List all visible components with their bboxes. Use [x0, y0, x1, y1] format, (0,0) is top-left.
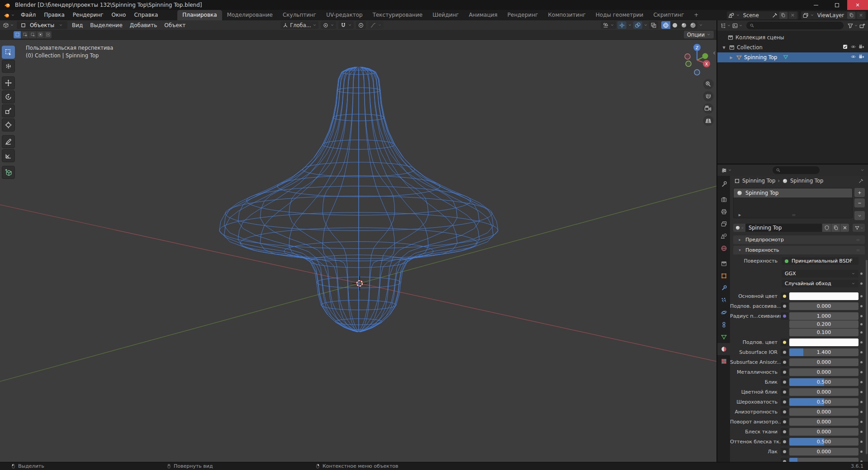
properties-tab-data[interactable] [717, 331, 730, 343]
properties-scrollbar[interactable] [866, 260, 868, 454]
viewport-menu-3[interactable]: Объект [161, 22, 189, 28]
panel-preview-header[interactable]: ▸ Предпросмотр [733, 235, 865, 244]
new-scene-button[interactable] [779, 12, 787, 19]
prop-value-field[interactable]: 1.400 [789, 348, 859, 356]
zoom-view-button[interactable] [703, 79, 714, 89]
workspace-tab-6[interactable]: Анимация [464, 10, 502, 20]
navigation-gizmo-icon[interactable]: ZX [685, 44, 710, 75]
prop-value-field[interactable]: 0.000 [789, 358, 859, 366]
animate-dot[interactable] [859, 451, 864, 453]
properties-tab-physics[interactable] [717, 306, 730, 319]
properties-tab-particles[interactable] [717, 294, 730, 306]
app-menu-button[interactable] [0, 10, 17, 20]
prop-value-field[interactable]: 0.000 [789, 408, 859, 416]
properties-tab-object[interactable] [717, 270, 730, 282]
surface-shader-field[interactable]: Принципиальный BSDF [782, 257, 859, 265]
animate-dot[interactable] [859, 323, 864, 325]
scale-tool-button[interactable] [2, 104, 15, 118]
shading-rendered-button[interactable] [688, 21, 697, 29]
prop-dropdown[interactable]: GGX [782, 270, 859, 277]
box-select-tool-button[interactable] [2, 46, 15, 59]
selmode-invert-button[interactable] [37, 31, 44, 38]
animate-dot[interactable] [859, 273, 864, 275]
collapsed-arrow-icon[interactable]: ▶ [728, 56, 734, 60]
socket-button[interactable] [781, 378, 788, 386]
chevron-down-icon[interactable] [860, 168, 864, 172]
scene-selector[interactable]: Scene [727, 11, 798, 19]
properties-tab-tool[interactable] [717, 178, 730, 190]
viewport-menu-1[interactable]: Выделение [86, 22, 126, 28]
grip-icon[interactable] [855, 238, 861, 242]
fake-user-button[interactable] [822, 224, 831, 232]
selectable-checkbox[interactable] [842, 44, 848, 51]
prop-value-field[interactable]: 0.000 [789, 448, 859, 456]
properties-tab-render[interactable] [717, 193, 730, 206]
prop-dropdown[interactable]: Случайный обход [782, 280, 859, 287]
shading-wireframe-button[interactable] [661, 21, 670, 29]
breadcrumb-data[interactable]: Spinning Top [790, 178, 823, 184]
workspace-tab-3[interactable]: UV-редактор [321, 10, 367, 20]
socket-button[interactable] [781, 438, 788, 446]
slot-specials-button[interactable] [854, 211, 865, 220]
socket-button[interactable] [781, 292, 788, 300]
properties-tab-texture[interactable] [717, 355, 730, 367]
options-dropdown[interactable]: Опции [684, 31, 714, 38]
animate-dot[interactable] [859, 282, 864, 285]
animate-dot[interactable] [859, 441, 864, 443]
panel-surface-header[interactable]: ▾ Поверхность [733, 246, 865, 254]
workspace-tab-8[interactable]: Композитинг [543, 10, 591, 20]
minimize-button[interactable] [806, 0, 826, 10]
workspace-tab-5[interactable]: Шейдинг [427, 10, 464, 20]
hide-viewport-toggle[interactable] [850, 54, 856, 61]
browse-material-button[interactable] [733, 224, 745, 232]
close-button[interactable]: ✕ [847, 0, 868, 10]
show-overlays-toggle[interactable] [633, 21, 642, 29]
shading-material-button[interactable] [679, 21, 688, 29]
socket-button[interactable] [781, 428, 788, 436]
editor-3dview-icon[interactable] [3, 22, 9, 28]
rotate-tool-button[interactable] [2, 90, 15, 103]
editor-type-button[interactable] [721, 167, 732, 174]
viewport-menu-2[interactable]: Добавить [126, 22, 161, 28]
animate-dot[interactable] [859, 361, 864, 363]
display-mode-button[interactable] [732, 23, 743, 29]
maximize-button[interactable] [826, 0, 847, 10]
socket-button[interactable] [781, 458, 788, 462]
animate-dot[interactable] [859, 381, 864, 383]
prop-value-field[interactable] [789, 458, 859, 462]
prop-value-field[interactable]: 0.500 [789, 378, 859, 386]
add-slot-button[interactable] [854, 188, 865, 197]
expand-arrow-icon[interactable]: ▶ [737, 213, 743, 217]
delete-view-layer-button[interactable] [857, 12, 865, 19]
viewport-canvas[interactable]: ZX Пользовательская перспектива (0) Coll… [0, 40, 716, 462]
grip-icon[interactable] [855, 248, 861, 253]
new-material-button[interactable] [831, 224, 840, 232]
animate-dot[interactable] [859, 305, 864, 307]
prop-value-field[interactable]: 0.000 [789, 418, 859, 426]
mode-selector[interactable]: Объекты [17, 21, 67, 29]
outliner-row-0[interactable]: Коллекция сцены [717, 33, 868, 42]
prop-value-field[interactable]: 1.000 [789, 312, 859, 320]
animate-dot[interactable] [859, 315, 864, 317]
camera-view-button[interactable] [703, 103, 714, 114]
selmode-new-button[interactable] [14, 31, 21, 38]
grip-icon[interactable] [791, 213, 797, 217]
workspace-tab-9[interactable]: Ноды геометрии [591, 10, 649, 20]
prop-value-field[interactable]: 0.000 [789, 388, 859, 396]
properties-tab-collection[interactable] [717, 258, 730, 270]
prop-value-field[interactable]: 0.000 [789, 428, 859, 436]
topbar-menu-0[interactable]: Файл [17, 10, 40, 20]
viewport-menu-0[interactable]: Вид [68, 22, 86, 28]
prop-value-field[interactable]: 0.100 [789, 329, 859, 336]
topbar-menu-3[interactable]: Окно [108, 10, 130, 20]
proportional-editing-toggle[interactable] [356, 21, 366, 29]
prop-value-field[interactable]: 0.000 [789, 302, 859, 310]
animate-dot[interactable] [859, 331, 864, 334]
workspace-tab-0[interactable]: Планировка [177, 10, 222, 20]
properties-tab-viewlayer[interactable] [717, 218, 730, 230]
delete-scene-button[interactable] [789, 12, 797, 19]
unlink-material-button[interactable] [840, 224, 849, 232]
new-collection-button[interactable] [859, 23, 865, 29]
properties-tab-modifier[interactable] [717, 282, 730, 294]
pivot-point-selector[interactable] [321, 21, 336, 29]
